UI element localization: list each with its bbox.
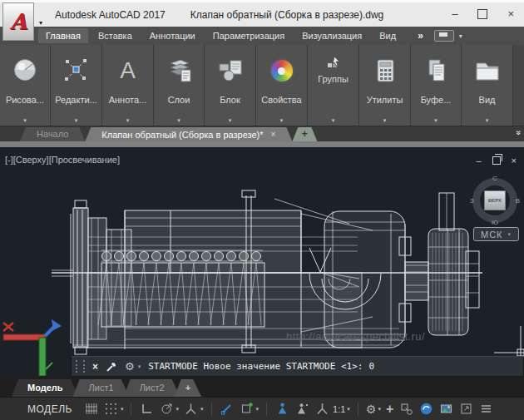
divider <box>131 403 131 416</box>
hardware-acceleration-icon[interactable] <box>418 402 433 417</box>
chevron-down-icon[interactable]: ▾ <box>126 117 130 124</box>
chevron-down-icon[interactable]: ▾ <box>177 117 180 124</box>
object-snap-tracking-icon[interactable] <box>220 402 235 417</box>
model-space-button[interactable]: МОДЕЛЬ <box>27 403 72 415</box>
tab-parametric[interactable]: Параметризация <box>205 28 292 43</box>
panel-draw[interactable]: Рисова... ▾ <box>0 45 51 126</box>
ucs-axes-icon[interactable] <box>2 318 68 376</box>
plus-icon[interactable]: + <box>386 402 393 417</box>
drag-grip-icon[interactable] <box>76 360 85 373</box>
cad-wireframe-drawing <box>0 147 524 376</box>
panel-view[interactable]: Вид ▾ <box>462 45 513 126</box>
chevron-down-icon[interactable]: ▾ <box>486 117 489 124</box>
chevron-down-icon[interactable]: ▾ <box>229 117 232 124</box>
tab-insert[interactable]: Вставка <box>91 28 140 43</box>
chevron-down-icon[interactable]: ▾ <box>121 406 124 413</box>
chevron-down-icon[interactable]: ▾ <box>459 32 462 40</box>
viewcube-north[interactable]: С <box>492 175 497 182</box>
chevron-down-icon[interactable]: ▾ <box>332 117 335 124</box>
viewport-restore-icon[interactable] <box>492 156 501 165</box>
viewcube[interactable]: С В Ю З ВЕРХ <box>470 175 520 225</box>
viewcube-west[interactable]: З <box>470 197 474 205</box>
window-minimize-button[interactable]: – <box>452 7 457 20</box>
viewport-window-controls: – × <box>476 156 517 166</box>
layout-tab-model[interactable]: Модель <box>12 379 79 397</box>
customization-menu-icon[interactable] <box>478 402 493 417</box>
chevron-down-icon[interactable]: ▾ <box>256 406 260 413</box>
ribbon-minimize-button[interactable] <box>434 30 454 42</box>
viewport-visualstyle-control[interactable]: [Просвечивание] <box>49 155 120 165</box>
window-maximize-button[interactable] <box>477 9 487 19</box>
window-close-button[interactable]: × <box>507 7 514 20</box>
panel-modify[interactable]: Редакти... ▾ <box>51 45 102 126</box>
chevron-down-icon[interactable]: ▾ <box>378 406 381 413</box>
workspace-gear-icon[interactable]: ⚙ <box>366 403 377 415</box>
fullscreen-icon[interactable] <box>458 402 473 417</box>
new-drawing-tab-button[interactable]: + <box>292 127 317 141</box>
panel-properties[interactable]: Свойства ▾ <box>256 45 308 126</box>
file-tab-start[interactable]: Начало <box>20 127 85 141</box>
panel-utilities[interactable]: Утилиты ▾ <box>359 45 411 126</box>
window-title: Autodesk AutoCAD 2017 Клапан обратный (С… <box>55 9 383 21</box>
viewport-close-icon[interactable]: × <box>512 156 517 166</box>
command-line-bar[interactable]: × ⚙ ▾ STARTMODE Новое значение STARTMODE… <box>71 356 524 377</box>
tab-visualize[interactable]: Визуализация <box>294 28 369 43</box>
clipboard-icon <box>423 47 449 94</box>
chevron-down-icon[interactable]: ▾ <box>280 117 284 124</box>
graphics-image-icon[interactable] <box>438 402 453 417</box>
panel-label: Утилиты <box>367 95 403 105</box>
chevron-down-icon[interactable]: ▾ <box>23 117 27 124</box>
annotation-visibility-icon[interactable] <box>274 402 289 417</box>
wrench-icon[interactable] <box>106 361 117 373</box>
chevron-down-icon[interactable]: ▾ <box>75 117 78 124</box>
panel-block[interactable]: Блок ▾ <box>205 45 256 126</box>
chevron-down-icon[interactable]: ▾ <box>200 406 204 413</box>
chevron-double-down-icon[interactable]: » <box>513 130 523 132</box>
panel-groups[interactable]: Группы ▾ <box>308 45 359 126</box>
close-icon[interactable]: × <box>92 361 98 373</box>
isometric-drafting-icon[interactable] <box>184 402 199 417</box>
chevron-down-icon[interactable]: ▾ <box>175 406 179 413</box>
file-tab-bar: Начало Клапан обратный (Сборка в разрезе… <box>0 126 524 147</box>
chevron-down-icon[interactable]: ▾ <box>434 117 437 124</box>
panel-annotation[interactable]: А Аннота... ▾ <box>102 45 154 126</box>
snap-mode-icon[interactable] <box>104 402 119 417</box>
tab-view[interactable]: Вид <box>372 28 403 43</box>
application-menu-button[interactable]: A ▾ <box>2 2 34 41</box>
ucs-wcs-button[interactable]: МСК ▾ <box>473 227 519 241</box>
groups-cursor-icon <box>326 52 341 73</box>
panel-layers[interactable]: Слои ▾ <box>154 45 205 126</box>
gear-icon[interactable]: ⚙ <box>125 361 135 372</box>
layout-tab-sheet2[interactable]: Лист2 <box>124 379 180 397</box>
chevron-down-icon[interactable]: ▾ <box>347 406 350 413</box>
panel-clipboard[interactable]: Буфе... ▾ <box>411 45 462 126</box>
annotation-scale-icon[interactable] <box>314 402 329 417</box>
layout-tab-sheet1[interactable]: Лист1 <box>73 379 130 397</box>
new-layout-button[interactable]: + <box>175 379 201 397</box>
viewcube-top-face[interactable]: ВЕРХ <box>484 190 506 210</box>
polar-tracking-icon[interactable] <box>159 402 174 417</box>
ortho-mode-icon[interactable] <box>139 402 154 417</box>
chevron-down-icon[interactable]: ▾ <box>138 363 141 370</box>
ribbon-overflow-icon[interactable]: » <box>418 30 422 42</box>
viewport-minimize-icon[interactable]: – <box>476 156 481 166</box>
file-tab-document[interactable]: Клапан обратный (Сборка в разрезе)* × <box>85 127 292 141</box>
grid-display-icon[interactable] <box>84 402 99 417</box>
viewcube-south[interactable]: Ю <box>492 219 498 226</box>
panel-label: Свойства <box>261 95 301 105</box>
object-snap-icon[interactable] <box>240 402 255 417</box>
quick-properties-icon[interactable] <box>398 402 413 417</box>
viewcube-east[interactable]: В <box>516 197 520 205</box>
viewport-menu-control[interactable]: [-] <box>5 155 13 165</box>
autoscale-icon[interactable] <box>294 402 309 417</box>
close-icon[interactable]: × <box>271 130 276 139</box>
annotation-letter-icon: А <box>120 47 136 94</box>
annotation-scale-value[interactable]: 1:1 <box>333 404 345 414</box>
command-input[interactable]: STARTMODE Новое значение STARTMODE <1>: … <box>148 361 374 372</box>
tab-home[interactable]: Главная <box>38 28 88 43</box>
drawing-viewport[interactable]: [-] [Сверху] [Просвечивание] – × С В Ю З… <box>0 147 524 376</box>
tab-annotate[interactable]: Аннотации <box>142 28 203 43</box>
viewport-view-control[interactable]: [Сверху] <box>13 155 49 165</box>
chevron-down-icon: ▾ <box>39 19 42 27</box>
chevron-down-icon[interactable]: ▾ <box>383 117 387 124</box>
